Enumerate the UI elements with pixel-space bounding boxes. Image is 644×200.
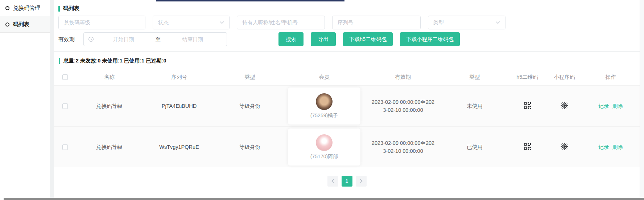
table-header: 名称 序列号 类型 会员 有效期 类型 h5二维码 小程序码 操作 xyxy=(54,69,640,85)
action-buttons: 搜索 导出 下载h5二维码包 下载小程序二维码包 xyxy=(278,32,460,46)
member-avatar xyxy=(316,134,333,151)
table-row: 兑换码等级 PjTA4EtiBUHD 等级身份 (75259)橘子 2023-0… xyxy=(54,85,640,126)
mini-program-code-icon[interactable] xyxy=(560,142,569,151)
table-row: 兑换码等级 WsTvgy1PQRuE 等级身份 (75170)阿部 2023-0… xyxy=(54,126,640,167)
delete-link[interactable]: 删除 xyxy=(612,103,623,109)
sidebar-item-code-manage[interactable]: 兑换码管理 xyxy=(0,0,50,16)
page-title: 码列表 xyxy=(58,5,635,12)
chevron-down-icon xyxy=(220,21,224,24)
qr-code-icon[interactable] xyxy=(523,101,532,110)
header-mini-code: 小程序码 xyxy=(547,74,582,81)
summary-text: 总量:2 未发放:0 未使用:1 已使用:1 已过期:0 xyxy=(63,57,166,64)
validity-row: 有效期 开始日期 至 结束日期 搜索 导出 下载h5二维码包 下载小程序二维码包 xyxy=(58,32,635,46)
row-validity: 2023-02-09 00:00:00至202 3-02-10 00:00:00 xyxy=(364,98,442,114)
next-page-button[interactable] xyxy=(356,176,367,187)
sidebar-item-code-list[interactable]: 码列表 xyxy=(0,16,50,33)
row-status: 已使用 xyxy=(442,144,507,151)
validity-line1: 2023-02-09 00:00:00至202 xyxy=(364,98,442,106)
sidebar-gutter xyxy=(50,0,54,198)
member-card: (75259)橘子 xyxy=(288,87,360,125)
header-serial: 序列号 xyxy=(143,74,215,81)
status-select[interactable]: 状态 xyxy=(153,16,230,29)
serial-input[interactable] xyxy=(332,16,421,29)
delete-link[interactable]: 删除 xyxy=(612,144,623,150)
date-separator: 至 xyxy=(153,36,163,43)
header-status: 类型 xyxy=(442,74,507,81)
page-title-text: 码列表 xyxy=(63,5,79,12)
prev-page-button[interactable] xyxy=(327,176,338,187)
clock-icon xyxy=(88,36,94,42)
radio-circle-icon xyxy=(5,6,9,10)
main-content: 码列表 状态 类型 有效期 xyxy=(54,1,640,195)
chevron-left-icon xyxy=(331,179,334,183)
current-page-button[interactable]: 1 xyxy=(342,176,352,187)
validity-line1: 2023-02-09 00:00:00至202 xyxy=(364,139,442,147)
member-name: (75170)阿部 xyxy=(310,154,338,160)
header-name: 名称 xyxy=(76,74,143,81)
row-checkbox[interactable] xyxy=(62,144,68,150)
chevron-down-icon xyxy=(496,21,500,24)
header-h5-qrcode: h5二维码 xyxy=(507,74,547,81)
header-type: 类型 xyxy=(215,74,284,81)
code-table-panel: 总量:2 未发放:0 未使用:1 已使用:1 已过期:0 名称 序列号 类型 会… xyxy=(54,52,640,195)
pagination: 1 xyxy=(54,167,640,195)
row-type: 等级身份 xyxy=(215,103,284,110)
status-select-placeholder: 状态 xyxy=(158,19,169,26)
horizontal-scrollbar-thumb[interactable] xyxy=(4,198,644,200)
type-select[interactable]: 类型 xyxy=(428,16,505,29)
summary-accent-bar xyxy=(59,58,60,64)
date-range-picker[interactable]: 开始日期 至 结束日期 xyxy=(83,32,227,46)
start-date-placeholder[interactable]: 开始日期 xyxy=(94,36,153,43)
validity-label: 有效期 xyxy=(58,36,75,43)
member-name: (75259)橘子 xyxy=(310,113,338,119)
header-validity: 有效期 xyxy=(364,74,442,81)
download-h5-qrcode-button[interactable]: 下载h5二维码包 xyxy=(343,32,393,46)
row-actions: 记录 删除 xyxy=(582,144,640,151)
row-serial: PjTA4EtiBUHD xyxy=(143,103,215,109)
row-name: 兑换码等级 xyxy=(76,103,143,110)
row-validity: 2023-02-09 00:00:00至202 3-02-10 00:00:00 xyxy=(364,139,442,155)
filter-row: 状态 类型 xyxy=(58,16,635,29)
search-button[interactable]: 搜索 xyxy=(278,32,304,46)
row-status: 未使用 xyxy=(442,103,507,110)
sidebar: 兑换码管理 码列表 xyxy=(0,0,50,198)
qr-code-icon[interactable] xyxy=(523,142,532,151)
member-avatar xyxy=(316,93,333,110)
validity-line2: 3-02-10 00:00:00 xyxy=(364,106,442,114)
end-date-placeholder[interactable]: 结束日期 xyxy=(163,36,222,43)
download-miniprogram-qrcode-button[interactable]: 下载小程序二维码包 xyxy=(400,32,460,46)
header-actions: 操作 xyxy=(582,74,640,81)
row-actions: 记录 删除 xyxy=(582,103,640,110)
select-all-checkbox[interactable] xyxy=(62,74,68,80)
row-checkbox[interactable] xyxy=(62,103,68,109)
title-accent-bar xyxy=(58,6,60,12)
record-link[interactable]: 记录 xyxy=(598,103,609,109)
sidebar-item-label: 兑换码管理 xyxy=(13,5,40,12)
vertical-scrollbar[interactable] xyxy=(640,0,644,200)
filter-panel: 码列表 状态 类型 有效期 xyxy=(54,1,640,51)
row-serial: WsTvgy1PQRuE xyxy=(143,144,215,150)
row-type: 等级身份 xyxy=(215,144,284,151)
header-member: 会员 xyxy=(284,74,364,81)
row-name: 兑换码等级 xyxy=(76,144,143,151)
member-card: (75170)阿部 xyxy=(288,128,360,166)
code-level-input[interactable] xyxy=(58,16,145,29)
chevron-right-icon xyxy=(360,179,363,183)
record-link[interactable]: 记录 xyxy=(598,144,609,150)
summary-stats: 总量:2 未发放:0 未使用:1 已使用:1 已过期:0 xyxy=(54,52,640,69)
validity-line2: 3-02-10 00:00:00 xyxy=(364,147,442,155)
radio-circle-icon xyxy=(5,23,9,26)
export-button[interactable]: 导出 xyxy=(311,32,336,46)
mini-program-code-icon[interactable] xyxy=(560,101,569,110)
type-select-placeholder: 类型 xyxy=(433,19,444,26)
holder-input[interactable] xyxy=(237,16,325,29)
sidebar-item-label: 码列表 xyxy=(13,21,29,28)
